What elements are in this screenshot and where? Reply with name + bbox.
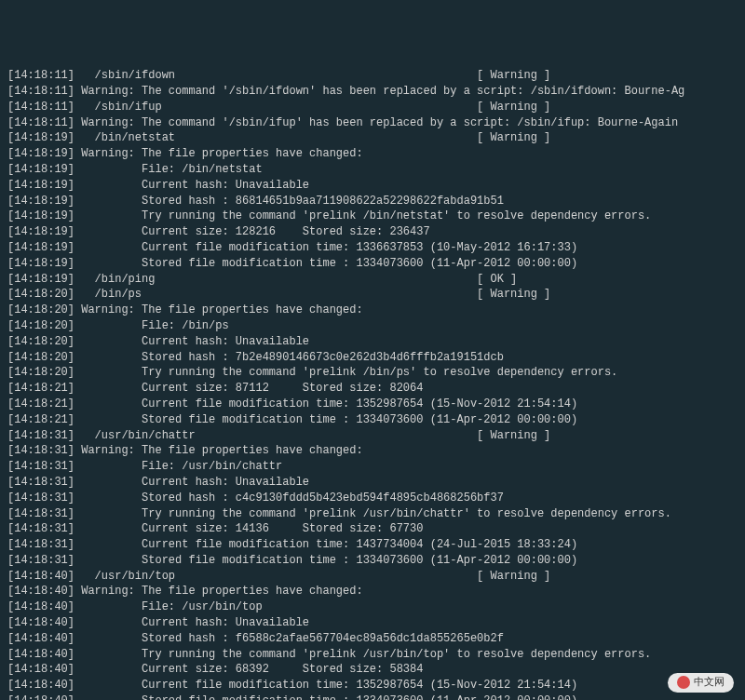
log-line: [14:18:31] Stored hash : c4c9130fddd5b42… [7,491,738,506]
log-line: [14:18:20] File: /bin/ps [7,318,738,334]
log-line: [14:18:11] /sbin/ifup [ Warning ] [7,100,738,115]
log-line: [14:18:31] /usr/bin/chattr [ Warning ] [7,428,738,444]
log-line: [14:18:21] Current file modification tim… [7,397,738,412]
log-line: [14:18:19] Stored file modification time… [7,256,738,272]
log-line: [14:18:40] /usr/bin/top [ Warning ] [7,569,738,585]
log-line: [14:18:31] Try running the command 'prel… [7,506,738,522]
log-line: [14:18:19] Warning: The file properties … [7,146,738,162]
log-line: [14:18:20] /bin/ps [ Warning ] [7,287,738,303]
log-line: [14:18:31] Current hash: Unavailable [7,475,738,491]
log-line: [14:18:19] Current hash: Unavailable [7,178,738,194]
log-line: [14:18:19] Stored hash : 86814651b9aa711… [7,194,738,209]
log-line: [14:18:19] Current file modification tim… [7,240,738,256]
log-line: [14:18:19] Try running the command 'prel… [7,209,738,224]
log-line: [14:18:40] Current hash: Unavailable [7,615,738,631]
watermark-badge: 中文网 [668,673,734,693]
log-line: [14:18:40] Try running the command 'prel… [7,647,738,663]
log-line: [14:18:31] Warning: The file properties … [7,443,738,459]
log-line: [14:18:11] Warning: The command '/sbin/i… [7,115,738,131]
log-line: [14:18:40] Stored hash : f6588c2afae5677… [7,631,738,647]
log-line: [14:18:11] Warning: The command '/sbin/i… [7,84,738,100]
log-line: [14:18:19] File: /bin/netstat [7,162,738,178]
watermark-icon [677,676,690,689]
log-line: [14:18:40] Current size: 68392 Stored si… [7,662,738,678]
log-line: [14:18:31] Stored file modification time… [7,553,738,569]
terminal-output: [14:18:11] /sbin/ifdown [ Warning ][14:1… [7,68,738,700]
log-line: [14:18:40] File: /usr/bin/top [7,599,738,615]
log-line: [14:18:20] Try running the command 'prel… [7,365,738,381]
log-line: [14:18:40] Warning: The file properties … [7,584,738,599]
log-line: [14:18:31] File: /usr/bin/chattr [7,459,738,475]
log-line: [14:18:19] /bin/ping [ OK ] [7,272,738,288]
log-line: [14:18:21] Stored file modification time… [7,412,738,428]
log-line: [14:18:40] Current file modification tim… [7,678,738,693]
log-line: [14:18:21] Current size: 87112 Stored si… [7,381,738,397]
log-line: [14:18:20] Current hash: Unavailable [7,334,738,350]
log-line: [14:18:31] Current file modification tim… [7,537,738,553]
log-line: [14:18:19] Current size: 128216 Stored s… [7,224,738,240]
log-line: [14:18:31] Current size: 14136 Stored si… [7,521,738,537]
log-line: [14:18:20] Stored hash : 7b2e4890146673c… [7,350,738,366]
log-line: [14:18:19] /bin/netstat [ Warning ] [7,130,738,146]
log-line: [14:18:20] Warning: The file properties … [7,303,738,318]
log-line: [14:18:40] Stored file modification time… [7,693,738,700]
log-line: [14:18:11] /sbin/ifdown [ Warning ] [7,68,738,84]
watermark-text: 中文网 [694,676,725,690]
